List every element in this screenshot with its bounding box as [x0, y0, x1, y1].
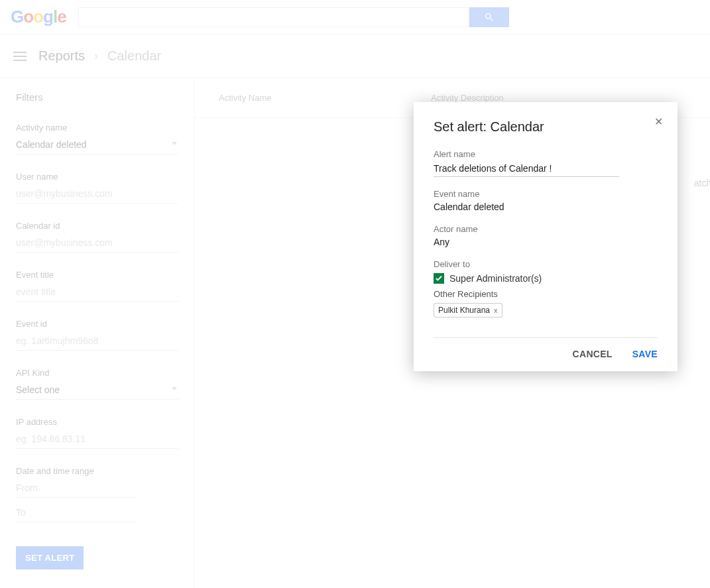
calendar-id-input[interactable]	[16, 235, 178, 253]
header-row: Reports › Calendar	[0, 34, 710, 78]
hamburger-icon[interactable]	[13, 52, 27, 61]
filter-user-name: User name	[16, 172, 178, 204]
search-wrap	[78, 7, 509, 27]
check-icon	[436, 276, 442, 281]
filters-sidebar: Filters Activity name User name Calendar…	[0, 78, 195, 588]
chip-remove-icon[interactable]: x	[494, 306, 498, 314]
cancel-button[interactable]: CANCEL	[573, 349, 613, 359]
chevron-right-icon: ›	[94, 49, 98, 63]
deliver-to-field: Deliver to Super Administrator(s) Other …	[434, 259, 658, 318]
api-kind-label: API Kind	[16, 368, 178, 378]
event-title-label: Event title	[16, 270, 178, 280]
actor-name-field: Actor name Any	[434, 224, 658, 247]
recipient-chip[interactable]: Pulkit Khurana x	[434, 303, 503, 318]
event-id-input[interactable]	[16, 333, 178, 351]
filter-api-kind: API Kind	[16, 368, 178, 400]
dialog-title: Set alert: Calendar	[434, 119, 658, 135]
ip-input[interactable]	[16, 431, 178, 449]
alert-name-field: Alert name	[434, 149, 658, 177]
search-icon	[484, 12, 495, 23]
topbar: Google	[0, 0, 710, 34]
filter-event-id: Event id	[16, 319, 178, 351]
set-alert-dialog: ✕ Set alert: Calendar Alert name Event n…	[414, 102, 678, 371]
event-name-field: Event name Calendar deleted	[434, 189, 658, 212]
event-name-label: Event name	[434, 189, 658, 199]
no-results-fragment: atch t	[694, 178, 710, 188]
actor-name-label: Actor name	[434, 224, 658, 234]
col-activity-name: Activity Name	[219, 93, 431, 103]
filter-event-title: Event title	[16, 270, 178, 302]
event-name-value: Calendar deleted	[434, 202, 658, 212]
actor-name-value: Any	[434, 237, 658, 247]
other-recipients-label: Other Recipients	[434, 289, 658, 299]
search-button[interactable]	[469, 7, 509, 27]
alert-name-input[interactable]	[434, 162, 619, 177]
user-name-label: User name	[16, 172, 178, 182]
activity-name-select[interactable]	[16, 137, 178, 154]
filters-title: Filters	[16, 91, 178, 103]
filter-activity-name: Activity name	[16, 123, 178, 154]
breadcrumb-calendar: Calendar	[107, 48, 161, 64]
date-to-input[interactable]	[16, 504, 135, 522]
date-from-input[interactable]	[16, 480, 135, 498]
alert-name-label: Alert name	[434, 149, 658, 159]
save-button[interactable]: SAVE	[632, 349, 658, 359]
filter-calendar-id: Calendar id	[16, 221, 178, 253]
activity-name-label: Activity name	[16, 123, 178, 133]
ip-label: IP address	[16, 417, 178, 427]
dialog-separator	[434, 337, 658, 338]
set-alert-button[interactable]: SET ALERT	[16, 546, 84, 569]
filter-ip: IP address	[16, 417, 178, 449]
close-icon[interactable]: ✕	[654, 117, 663, 127]
super-admin-checkbox[interactable]	[434, 273, 444, 284]
chip-text: Pulkit Khurana	[438, 306, 490, 315]
user-name-input[interactable]	[16, 186, 178, 204]
breadcrumb-reports[interactable]: Reports	[38, 48, 85, 64]
deliver-to-label: Deliver to	[434, 259, 658, 269]
google-logo: Google	[11, 7, 66, 27]
filter-date-range: Date and time range	[16, 466, 178, 522]
api-kind-select[interactable]	[16, 382, 178, 400]
date-range-label: Date and time range	[16, 466, 178, 476]
search-input[interactable]	[78, 7, 469, 27]
col-activity-description: Activity Description	[431, 93, 504, 103]
super-admin-label: Super Administrator(s)	[449, 273, 542, 284]
dialog-actions: CANCEL SAVE	[434, 349, 658, 359]
event-id-label: Event id	[16, 319, 178, 329]
event-title-input[interactable]	[16, 284, 178, 302]
calendar-id-label: Calendar id	[16, 221, 178, 231]
